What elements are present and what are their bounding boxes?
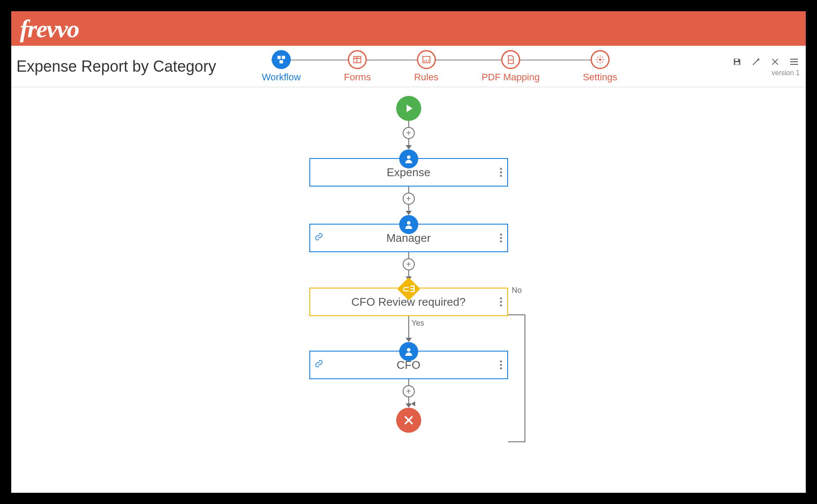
- user-icon: [399, 342, 418, 361]
- step-menu-button[interactable]: [500, 361, 502, 370]
- close-icon[interactable]: [769, 56, 781, 67]
- link-icon: [315, 359, 323, 371]
- tab-label: Settings: [583, 72, 617, 83]
- pdf-icon: PDF: [501, 50, 520, 69]
- version-label: version 1: [772, 69, 800, 77]
- toolbar: Expense Report by Category Workflow Form…: [11, 46, 806, 87]
- start-node[interactable]: [396, 96, 421, 121]
- decision-icon: ⊂∃: [401, 281, 417, 297]
- forms-icon: [348, 50, 367, 69]
- add-step-button[interactable]: +: [403, 258, 415, 270]
- svg-point-6: [599, 58, 601, 61]
- save-icon[interactable]: [731, 56, 743, 67]
- rules-icon: [417, 50, 436, 69]
- svg-rect-2: [280, 60, 283, 63]
- workflow-icon: [272, 50, 291, 69]
- step-menu-button[interactable]: [500, 168, 502, 177]
- tab-workflow[interactable]: Workflow: [262, 50, 301, 83]
- app-window: frevvo Expense Report by Category Workfl…: [0, 0, 817, 504]
- svg-point-10: [407, 221, 410, 225]
- svg-rect-7: [735, 59, 738, 61]
- branch-no-label: No: [512, 286, 521, 295]
- svg-point-11: [407, 348, 410, 352]
- add-step-button[interactable]: +: [403, 193, 415, 205]
- end-node[interactable]: [396, 408, 421, 433]
- page-title: Expense Report by Category: [11, 57, 262, 76]
- step-menu-button[interactable]: [500, 234, 502, 243]
- tab-label: Forms: [344, 72, 371, 83]
- tab-label: Rules: [414, 72, 438, 83]
- merge-arrow: [411, 401, 415, 406]
- tab-label: PDF Mapping: [482, 72, 540, 83]
- link-icon: [315, 232, 323, 244]
- svg-rect-0: [278, 56, 280, 58]
- svg-rect-1: [282, 56, 285, 58]
- tab-rules[interactable]: Rules: [414, 50, 438, 83]
- tab-label: Workflow: [262, 72, 301, 83]
- gear-icon: [591, 50, 610, 69]
- workflow-flow: + Expense +: [309, 96, 508, 433]
- add-step-button[interactable]: +: [403, 385, 415, 397]
- user-icon: [399, 149, 418, 168]
- tab-forms[interactable]: Forms: [344, 50, 371, 83]
- svg-rect-4: [423, 56, 430, 63]
- tabs: Workflow Forms Rules PDF PDF Mapping: [262, 50, 617, 83]
- svg-rect-8: [735, 62, 739, 64]
- workflow-canvas[interactable]: + Expense +: [11, 87, 806, 493]
- tab-pdf-mapping[interactable]: PDF PDF Mapping: [482, 50, 540, 83]
- add-step-button[interactable]: +: [403, 127, 415, 139]
- user-icon: [399, 215, 418, 234]
- tab-settings[interactable]: Settings: [583, 50, 617, 83]
- logo: frevvo: [20, 14, 79, 43]
- no-branch-path: [508, 314, 525, 442]
- svg-text:PDF: PDF: [508, 58, 513, 61]
- wand-icon[interactable]: [750, 56, 762, 67]
- step-menu-button[interactable]: [500, 298, 502, 307]
- toolbar-right: version 1: [731, 56, 806, 77]
- brand-bar: frevvo: [11, 11, 806, 46]
- menu-icon[interactable]: [788, 56, 800, 67]
- svg-point-9: [407, 155, 410, 159]
- branch-yes-label: Yes: [412, 319, 424, 328]
